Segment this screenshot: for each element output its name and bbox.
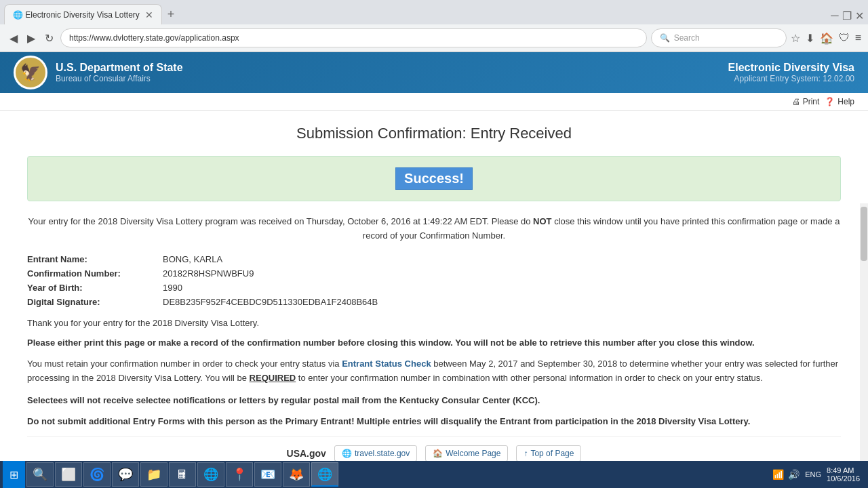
taskbar-task-view[interactable]: ⬜ [55,462,82,487]
year-of-birth-label: Year of Birth: [27,283,163,293]
taskbar-time: 8:49 AM [827,466,860,474]
selectee-notice-text: Selectees will not receive selectee noti… [27,394,841,407]
home-icon[interactable]: 🏠 [820,32,833,45]
success-message: Success! [395,167,473,190]
tab-bar: 🌐 Electronic Diversity Visa Lottery ✕ + … [0,0,868,24]
minimize-button[interactable]: ─ [830,9,840,19]
system-sub: Applicant Entry System: 12.02.00 [728,74,854,83]
new-tab-button[interactable]: + [162,7,180,22]
help-icon: ❓ [825,97,835,106]
digital-signature-value: DE8B235F952F4CEBDC9D511330EDBA1F2408B64B [163,297,378,307]
forward-button[interactable]: ▶ [24,30,38,46]
print-label: Print [803,97,820,106]
system-name: Electronic Diversity Visa [728,62,854,74]
search-placeholder: Search [674,33,700,43]
search-icon: 🔍 [660,33,670,43]
status-check-start: You must retain your confirmation number… [27,359,342,369]
tab-favicon: 🌐 [13,10,23,20]
bureau-name: Bureau of Consular Affairs [56,74,183,83]
main-content: Submission Confirmation: Entry Received … [0,111,868,488]
welcome-page-label: Welcome Page [446,449,500,458]
entry-details: Entrant Name: BONG, KARLA Confirmation N… [27,254,841,307]
welcome-page-link[interactable]: 🏠 Welcome Page [425,445,508,462]
tray-network-icon: 📶 [772,469,784,480]
disqualify-warning-text: Do not submit additional Entry Forms wit… [27,415,841,428]
content-wrapper: Submission Confirmation: Entry Received … [0,111,868,488]
toolbar-icons: ☆ ⬇ 🏠 🛡 ≡ [791,32,861,45]
taskbar-ie[interactable]: 🌀 [83,462,111,487]
downloads-icon[interactable]: ⬇ [806,32,814,45]
browser-chrome: 🌐 Electronic Diversity Visa Lottery ✕ + … [0,0,868,52]
arrow-up-icon: ↑ [524,449,528,458]
reload-button[interactable]: ↻ [42,30,56,46]
taskbar-explorer[interactable]: 📁 [140,462,167,487]
confirmation-paragraph: Your entry for the 2018 Diversity Visa L… [27,215,841,243]
url-text: https://www.dvlottery.state.gov/applicat… [69,33,638,43]
state-dept-seal: 🦅 [14,56,47,89]
taskbar-clock: 8:49 AM 10/6/2016 [827,466,860,483]
page-header: 🦅 U.S. Department of State Bureau of Con… [0,52,868,93]
taskbar-tray: 📶 🔊 ENG 8:49 AM 10/6/2016 [767,466,865,483]
scroll-thumb[interactable] [861,207,867,261]
taskbar-search[interactable]: 🔍 [26,462,54,487]
tray-lang: ENG [805,470,821,479]
taskbar-skype[interactable]: 💬 [112,462,139,487]
digital-signature-label: Digital Signature: [27,297,163,307]
help-label: Help [837,97,854,106]
tab-title: Electronic Diversity Visa Lottery [25,10,140,20]
start-button[interactable]: ⊞ [3,461,25,488]
tray-volume-icon: 🔊 [788,469,800,480]
scrollbar[interactable] [860,203,868,488]
top-of-page-label: Top of Page [530,449,574,458]
taskbar-maps[interactable]: 📍 [226,462,253,487]
required-label: REQUIRED [250,373,296,383]
vpn-icon[interactable]: 🛡 [839,32,850,45]
header-right: Electronic Diversity Visa Applicant Entr… [728,62,854,83]
taskbar-chrome[interactable]: 🌐 [311,462,338,487]
bookmark-star-icon[interactable]: ☆ [791,32,800,45]
header-left: 🦅 U.S. Department of State Bureau of Con… [14,56,183,89]
globe-icon: 🌐 [342,449,352,458]
url-bar[interactable]: https://www.dvlottery.state.gov/applicat… [60,28,647,47]
confirmation-number-value: 20182R8HSPNWBFU9 [163,268,254,279]
usa-gov-logo[interactable]: USA.gov [287,448,326,459]
org-name: U.S. Department of State [56,62,183,74]
maximize-button[interactable]: ❐ [842,9,852,19]
travel-state-gov-link[interactable]: 🌐 travel.state.gov [334,445,417,462]
not-emphasis: NOT [533,216,551,226]
entrant-name-row: Entrant Name: BONG, KARLA [27,254,841,264]
window-controls: ─ ❐ ✕ [830,9,864,19]
seal-icon: 🦅 [20,63,41,82]
taskbar-ie2[interactable]: 🌐 [197,462,224,487]
year-of-birth-value: 1990 [163,283,182,293]
status-check-paragraph: You must retain your confirmation number… [27,357,841,386]
search-bar[interactable]: 🔍 Search [651,28,787,47]
thank-you-text: Thank you for your entry for the 2018 Di… [27,318,841,328]
tray-icons: 📶 🔊 [772,469,800,480]
menu-icon[interactable]: ≡ [855,32,861,45]
taskbar-calculator[interactable]: 🖩 [169,462,196,487]
page-title: Submission Confirmation: Entry Received [27,125,841,142]
top-of-page-link[interactable]: ↑ Top of Page [516,445,581,462]
home-footer-icon: 🏠 [433,449,443,458]
address-bar: ◀ ▶ ↻ https://www.dvlottery.state.gov/ap… [0,24,868,52]
print-button[interactable]: 🖨 Print [792,97,820,106]
help-button[interactable]: ❓ Help [825,97,854,106]
taskbar-outlook[interactable]: 📧 [254,462,281,487]
taskbar-date: 10/6/2016 [827,474,860,483]
year-of-birth-row: Year of Birth: 1990 [27,283,841,293]
entrant-status-check-link[interactable]: Entrant Status Check [342,359,431,369]
confirmation-number-row: Confirmation Number: 20182R8HSPNWBFU9 [27,268,841,279]
active-tab[interactable]: 🌐 Electronic Diversity Visa Lottery ✕ [4,4,162,24]
taskbar: ⊞ 🔍 ⬜ 🌀 💬 📁 🖩 🌐 📍 📧 🦊 🌐 📶 🔊 ENG 8:49 AM … [0,461,868,488]
close-button[interactable]: ✕ [854,9,864,19]
entrant-name-value: BONG, KARLA [163,254,222,264]
tab-close-button[interactable]: ✕ [145,9,153,20]
success-box: Success! [27,156,841,201]
print-icon: 🖨 [792,97,800,106]
digital-signature-row: Digital Signature: DE8B235F952F4CEBDC9D5… [27,297,841,307]
back-button[interactable]: ◀ [7,30,20,46]
taskbar-firefox[interactable]: 🦊 [283,462,310,487]
travel-state-gov-label: travel.state.gov [355,449,410,458]
warning-print-text: Please either print this page or make a … [27,336,841,350]
